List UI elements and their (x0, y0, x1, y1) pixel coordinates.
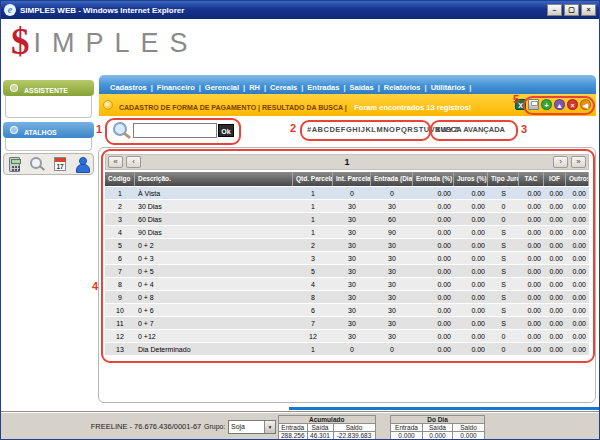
column-header-juros-[interactable]: Juros (%) (454, 172, 488, 186)
dropdown-arrow-icon[interactable]: ▼ (264, 421, 275, 433)
table-cell: 1 (293, 187, 333, 199)
table-cell: 0 + 8 (135, 291, 293, 303)
sidebar-tab-atalhos[interactable]: ATALHOS (3, 122, 94, 138)
summary-col-header: Entrada (391, 424, 423, 432)
app-logo: $IMPLES (11, 23, 199, 63)
column-header-int-parcelas[interactable]: Int. Parcelas (333, 172, 371, 186)
table-row[interactable]: 80 + 4430300.000.00S0.000.000.00 (105, 277, 589, 290)
table-cell: 8 (105, 278, 135, 290)
table-row[interactable]: 490 Dias130900.000.00S0.000.000.00 (105, 225, 589, 238)
column-header-tipo-juros[interactable]: Tipo Juros (488, 172, 519, 186)
table-row[interactable]: 230 Dias130300.000.0000.000.000.00 (105, 199, 589, 212)
menu-item-utilitarios[interactable]: Utilitários (431, 83, 466, 92)
column-header-descricao-[interactable]: Descrição. (135, 172, 293, 186)
menu-item-saidas[interactable]: Saídas (350, 83, 374, 92)
table-row[interactable]: 50 + 2230300.000.00S0.000.000.00 (105, 238, 589, 251)
print-icon[interactable] (528, 99, 539, 110)
result-bar: CADASTRO DE FORMA DE PAGAMENTO | RESULTA… (99, 94, 596, 116)
calculator-icon[interactable] (9, 157, 20, 172)
last-page-button[interactable]: » (571, 156, 586, 168)
summary-value: 0.000 (423, 432, 453, 440)
menu-item-rh[interactable]: RH (249, 83, 260, 92)
table-cell: À Vista (135, 187, 293, 199)
menu-item-cadastros[interactable]: Cadastros (110, 83, 147, 92)
table-cell: 30 (333, 252, 371, 264)
upload-icon[interactable]: ▲ (554, 99, 565, 110)
menu-item-relatorios[interactable]: Relatórios (384, 83, 421, 92)
table-cell: 0.00 (519, 330, 544, 342)
window-titlebar[interactable]: e SIMPLES WEB - Windows Internet Explore… (1, 1, 599, 19)
search-input[interactable] (133, 123, 217, 138)
sidebar-tab-assistente[interactable]: ASSISTENTE (3, 80, 94, 96)
table-cell: S (488, 187, 519, 199)
tab-bullet-icon (10, 126, 18, 134)
table-cell: 30 (333, 317, 371, 329)
table-cell: 0.00 (454, 291, 488, 303)
table-cell: 30 (371, 252, 413, 264)
summary-col-header: Saída (307, 424, 333, 432)
table-cell: 0.00 (519, 226, 544, 238)
excel-export-icon[interactable]: X (515, 99, 526, 110)
menu-separator: | (378, 83, 380, 92)
minimize-button[interactable]: – (547, 4, 562, 16)
close-button[interactable]: × (581, 4, 596, 16)
annotation-number-3: 3 (521, 123, 527, 135)
search-icon[interactable] (30, 157, 43, 172)
back-icon[interactable]: ◀ (580, 99, 591, 110)
column-header-tac[interactable]: TAC (519, 172, 544, 186)
table-cell: 11 (105, 317, 135, 329)
table-cell: 4 (105, 226, 135, 238)
table-row[interactable]: 110 + 7730300.000.00S0.000.000.00 (105, 316, 589, 329)
annotation-number-2: 2 (290, 122, 296, 134)
column-header-outros[interactable]: Outros (566, 172, 589, 186)
annotation-number-1: 1 (96, 123, 102, 135)
assistente-panel (5, 96, 92, 118)
table-row[interactable]: 90 + 8830300.000.00S0.000.000.00 (105, 290, 589, 303)
table-cell: 0.00 (544, 213, 566, 225)
next-page-button[interactable]: › (553, 156, 568, 168)
advanced-search-link[interactable]: BUSCA AVANÇADA (435, 125, 505, 134)
maximize-button[interactable]: ▢ (564, 4, 579, 16)
table-cell: 30 (333, 265, 371, 277)
table-cell: 5 (105, 239, 135, 251)
table-cell: 0.00 (544, 278, 566, 290)
table-cell: 1 (293, 213, 333, 225)
column-header-codigo[interactable]: Código (105, 172, 135, 186)
menu-separator: | (343, 83, 345, 92)
add-record-icon[interactable]: + (541, 99, 552, 110)
delete-icon[interactable]: × (567, 99, 578, 110)
browser-window: e SIMPLES WEB - Windows Internet Explore… (0, 0, 600, 440)
table-row[interactable]: 13Dia Determinado1000.000.0000.000.000.0… (105, 342, 589, 355)
table-row[interactable]: 120 +121230300.000.0000.000.000.00 (105, 329, 589, 342)
table-row[interactable]: 70 + 5530300.000.00S0.000.000.00 (105, 264, 589, 277)
table-row[interactable]: 1À Vista1000.000.00S0.000.000.00 (105, 186, 589, 199)
table-row[interactable]: 60 + 3330300.000.00S0.000.000.00 (105, 251, 589, 264)
menu-item-cereais[interactable]: Cereais (270, 83, 297, 92)
summary-col-header: Saída (423, 424, 453, 432)
menu-item-entradas[interactable]: Entradas (307, 83, 339, 92)
table-cell: 0.00 (566, 200, 589, 212)
table-row[interactable]: 360 Dias130600.000.0000.000.000.00 (105, 212, 589, 225)
table-cell: 30 (371, 200, 413, 212)
summary-value: 0.000 (391, 432, 423, 440)
menu-item-financeiro[interactable]: Financeiro (157, 83, 195, 92)
calendar-icon[interactable]: 17 (54, 157, 66, 171)
column-header-entrada-[interactable]: Entrada (%) (413, 172, 454, 186)
menu-separator: | (151, 83, 153, 92)
table-cell: 0 + 5 (135, 265, 293, 277)
search-ok-button[interactable]: Ok (218, 124, 234, 137)
column-header-entrada-dias-[interactable]: Entrada (Dias) (371, 172, 413, 186)
table-cell: 0.00 (566, 291, 589, 303)
column-header-iof[interactable]: IOF (544, 172, 566, 186)
column-header-qtd-parcelas[interactable]: Qtd. Parcelas (293, 172, 333, 186)
main-menu-bar: Cadastros|Financeiro|Gerencial|RH|Cereai… (99, 75, 596, 94)
table-cell: 30 (333, 278, 371, 290)
grupo-dropdown[interactable]: Soja ▼ (228, 420, 276, 434)
table-row[interactable]: 100 + 6630300.000.00S0.000.000.00 (105, 303, 589, 316)
user-icon[interactable] (76, 157, 88, 171)
table-cell: 30 (333, 239, 371, 251)
table-cell: 0.00 (544, 187, 566, 199)
menu-item-gerencial[interactable]: Gerencial (205, 83, 239, 92)
table-cell: 60 Dias (135, 213, 293, 225)
table-cell: 0.00 (454, 187, 488, 199)
